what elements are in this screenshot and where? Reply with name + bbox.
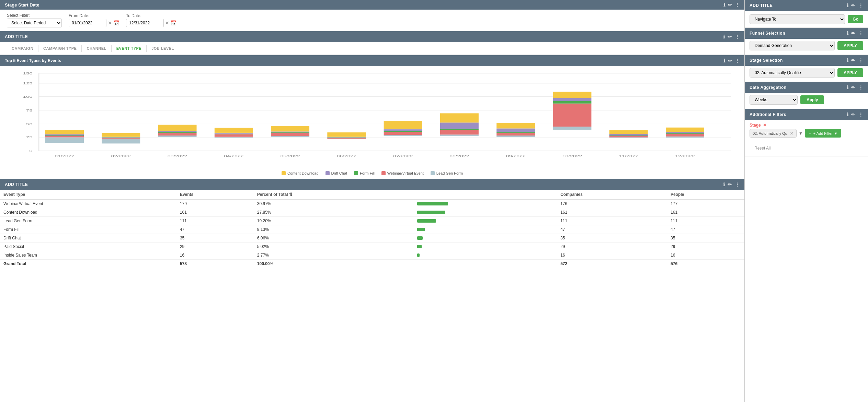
cell-event-type: Drift Chat xyxy=(0,234,176,243)
from-date-calendar[interactable]: 📅 xyxy=(113,20,119,26)
filter-tag-remove[interactable]: ✕ xyxy=(790,131,793,136)
tab-campaign[interactable]: CAMPAIGN xyxy=(7,45,38,52)
add-title-info-icon[interactable]: ℹ xyxy=(723,34,725,39)
to-date-calendar[interactable]: 📅 xyxy=(171,20,176,26)
add-filter-dropdown-icon[interactable]: ▼ xyxy=(834,131,838,135)
chart-legend: Content Download Drift Chat Form Fill We… xyxy=(0,169,744,179)
funnel-info-icon[interactable]: ℹ xyxy=(847,31,849,36)
tab-event-type[interactable]: EVENT TYPE xyxy=(112,45,147,52)
tab-channel[interactable]: CHANNEL xyxy=(82,45,111,52)
cell-people: 35 xyxy=(667,234,744,243)
svg-rect-80 xyxy=(609,130,648,134)
funnel-select[interactable]: Demand Generation xyxy=(750,41,835,50)
stage-remove-x[interactable]: ✕ xyxy=(763,123,766,128)
table-edit-icon[interactable]: ✏ xyxy=(728,182,732,187)
funnel-edit-icon[interactable]: ✏ xyxy=(851,31,856,36)
date-agg-edit-icon[interactable]: ✏ xyxy=(851,85,856,90)
chart-title: Top 5 Event Types by Events xyxy=(5,58,61,63)
to-date-label: To Date: xyxy=(126,13,176,18)
table-row: Lead Gen Form 111 19.20% 111 111 xyxy=(0,217,744,225)
to-date-clear[interactable]: ✕ xyxy=(165,20,169,26)
table-info-icon[interactable]: ℹ xyxy=(723,182,725,187)
svg-rect-37 xyxy=(215,133,253,134)
date-agg-apply-button[interactable]: Apply xyxy=(800,95,824,104)
info-icon[interactable]: ℹ xyxy=(723,2,725,8)
stage-more-icon[interactable]: ⋮ xyxy=(858,58,864,63)
right-info-icon[interactable]: ℹ xyxy=(847,3,849,8)
cell-bar xyxy=(414,217,557,225)
from-date-clear[interactable]: ✕ xyxy=(108,20,112,26)
legend-color-lead-gen xyxy=(431,171,435,175)
table-more-icon[interactable]: ⋮ xyxy=(735,182,740,187)
filter-tag-arrow[interactable]: ▼ xyxy=(799,131,803,136)
chart-container: 0 25 50 75 100 125 150 01/202 xyxy=(0,66,744,169)
legend-form-fill: Form Fill xyxy=(354,171,375,175)
right-edit-icon[interactable]: ✏ xyxy=(851,3,856,8)
navigate-to-select[interactable]: Navigate To xyxy=(750,14,845,24)
chart-svg: 0 25 50 75 100 125 150 01/202 xyxy=(7,70,738,166)
legend-color-form-fill xyxy=(354,171,358,175)
stage-filter-tag: 02: Automatically Qu. ✕ xyxy=(750,129,797,138)
chart-more-icon[interactable]: ⋮ xyxy=(735,58,740,63)
svg-rect-77 xyxy=(609,136,648,138)
add-title-more-icon[interactable]: ⋮ xyxy=(735,34,740,39)
add-filter-button[interactable]: ＋ + Add Filter ▼ xyxy=(805,129,841,138)
more-icon[interactable]: ⋮ xyxy=(735,2,740,8)
date-agg-select[interactable]: Weeks xyxy=(750,95,798,105)
additional-filters-edit-icon[interactable]: ✏ xyxy=(851,112,856,117)
svg-rect-83 xyxy=(666,134,704,137)
cell-event-type: Webinar/Virtual Event xyxy=(0,199,176,208)
additional-filters-info-icon[interactable]: ℹ xyxy=(847,112,849,117)
right-more-icon[interactable]: ⋮ xyxy=(858,3,864,8)
cell-bar xyxy=(414,208,557,217)
additional-filters-title: Additional Filters xyxy=(750,112,786,117)
svg-rect-54 xyxy=(384,131,422,132)
svg-rect-79 xyxy=(609,134,648,136)
sort-icon[interactable]: ⇅ xyxy=(289,192,293,197)
svg-rect-23 xyxy=(102,138,140,139)
from-date-input[interactable] xyxy=(69,19,106,27)
tab-campaign-type[interactable]: CAMPAIGN TYPE xyxy=(38,45,82,52)
stage-edit-icon[interactable]: ✏ xyxy=(851,58,856,63)
stage-apply-button[interactable]: APPLY xyxy=(837,68,863,77)
col-companies: Companies xyxy=(557,190,667,199)
col-people: People xyxy=(667,190,744,199)
svg-rect-30 xyxy=(158,132,197,133)
col-percent: Percent of Total ⇅ xyxy=(254,190,414,199)
to-date-input[interactable] xyxy=(126,19,164,27)
data-table: Event Type Events Percent of Total ⇅ Com… xyxy=(0,190,744,268)
go-button[interactable]: Go xyxy=(848,15,863,23)
chart-info-icon[interactable]: ℹ xyxy=(723,58,725,63)
funnel-apply-button[interactable]: APPLY xyxy=(837,41,863,50)
date-agg-info-icon[interactable]: ℹ xyxy=(847,85,849,90)
cell-companies: 47 xyxy=(557,225,667,234)
stage-info-icon[interactable]: ℹ xyxy=(847,58,849,63)
date-agg-header: Date Aggregation ℹ ✏ ⋮ xyxy=(745,82,868,93)
svg-rect-59 xyxy=(440,130,479,134)
table-row: Webinar/Virtual Event 179 30.97% 176 177 xyxy=(0,199,744,208)
legend-color-content-download xyxy=(282,171,286,175)
additional-filters-more-icon[interactable]: ⋮ xyxy=(858,112,864,117)
svg-rect-56 xyxy=(384,121,422,129)
chart-area: 0 25 50 75 100 125 150 01/202 xyxy=(7,70,738,166)
tab-job-level[interactable]: JOB LEVEL xyxy=(147,45,179,52)
cell-percent: 100.00% xyxy=(254,260,414,268)
legend-label-webinar: Webinar/Virtual Event xyxy=(387,171,424,175)
select-date-period[interactable]: Select Date Period xyxy=(7,19,62,27)
funnel-more-icon[interactable]: ⋮ xyxy=(858,31,864,36)
cell-event-type: Content Download xyxy=(0,208,176,217)
legend-webinar: Webinar/Virtual Event xyxy=(381,171,424,175)
chart-edit-icon[interactable]: ✏ xyxy=(728,58,732,63)
reset-all-button[interactable]: Reset All xyxy=(750,143,775,153)
edit-icon[interactable]: ✏ xyxy=(728,2,732,8)
svg-rect-50 xyxy=(327,132,366,137)
add-title-edit-icon[interactable]: ✏ xyxy=(728,34,732,39)
svg-rect-64 xyxy=(496,135,535,137)
cell-bar xyxy=(414,199,557,208)
stage-filter-tag-value: 02: Automatically Qu. xyxy=(753,131,788,135)
stage-select[interactable]: 02: Automatically Qualifie xyxy=(750,68,835,78)
svg-text:01/2022: 01/2022 xyxy=(55,154,74,158)
date-agg-more-icon[interactable]: ⋮ xyxy=(858,85,864,90)
add-title-header: ADD TITLE ℹ ✏ ⋮ xyxy=(0,31,744,42)
cell-events: 161 xyxy=(176,208,254,217)
